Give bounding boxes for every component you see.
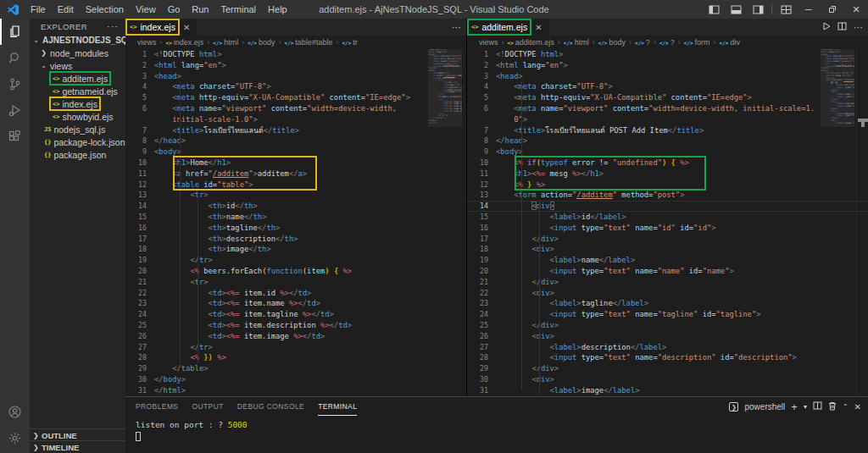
code-line[interactable]: 3<head> xyxy=(467,71,868,82)
code-line[interactable]: 11 <a href="/additem">additem</a> xyxy=(125,168,466,180)
code-line[interactable]: 20 <% beers.forEach(function(item) { %> xyxy=(125,266,466,277)
close-window-button[interactable]: ✕ xyxy=(844,0,868,19)
shell-name[interactable]: powershell xyxy=(744,402,785,412)
code-line[interactable]: 5 <meta http-equiv="X-UA-Compatible" con… xyxy=(125,92,466,103)
panel-tab-terminal[interactable]: TERMINAL xyxy=(318,397,357,416)
explorer-icon[interactable] xyxy=(0,19,30,45)
account-icon[interactable] xyxy=(0,399,30,425)
code-line[interactable]: 2<html lang="en"> xyxy=(467,60,868,71)
panel-tab-debug-console[interactable]: DEBUG CONSOLE xyxy=(237,397,304,416)
editor-more-actions-icon[interactable]: ⋯ xyxy=(854,22,863,33)
code-line[interactable]: 27 </tr> xyxy=(125,342,466,353)
code-line[interactable]: 17 </div> xyxy=(467,234,868,245)
breadcrumb-item--[interactable]: </>? xyxy=(659,38,675,47)
sidebar-item-node-modules[interactable]: ❯node_modules xyxy=(30,47,125,59)
code-line[interactable]: 26 <td><%= item.image %></td> xyxy=(125,331,466,342)
maximize-panel-icon[interactable]: ⌃ xyxy=(843,403,849,411)
sidebar-item-ajnestnodejs-sql[interactable]: ⌄AJNESTNODEJS_SQL xyxy=(30,34,125,47)
breadcrumb-item-body[interactable]: </>body xyxy=(598,38,626,47)
code-line[interactable]: 29 </div> xyxy=(467,363,868,374)
terminal-output[interactable]: listen on port : ? 5000 xyxy=(125,416,868,441)
code-line[interactable]: 6 <meta name="viewport" content="width=d… xyxy=(125,103,466,114)
code-line[interactable]: 29 </table> xyxy=(125,363,466,374)
search-icon[interactable] xyxy=(0,45,30,71)
code-line[interactable]: 15 <label>id</label> xyxy=(467,212,868,223)
code-line[interactable]: 27 <label>description</label> xyxy=(467,342,868,353)
code-line[interactable]: 10 <h1>Home</h1> xyxy=(125,157,466,168)
sidebar-item-views[interactable]: ⌄views xyxy=(30,59,125,72)
code-line[interactable]: 25 <td><%= item.description %></td> xyxy=(125,320,466,331)
code-line[interactable]: 16 <input type="text" name="id" id="id"> xyxy=(467,223,868,234)
code-line[interactable]: 9<body> xyxy=(467,146,868,157)
editor-more-actions-icon[interactable]: ⋯ xyxy=(452,22,461,33)
close-tab-icon[interactable]: ✕ xyxy=(180,23,193,32)
sidebar-item-additem-ejs[interactable]: <>additem.ejs xyxy=(30,72,125,85)
menu-run[interactable]: Run xyxy=(186,0,214,19)
panel-tab-output[interactable]: OUTPUT xyxy=(192,397,223,416)
code-line[interactable]: 7 <title>โรงเบียร์ไทยแลนด์</title> xyxy=(125,125,466,136)
code-line[interactable]: 21 </div> xyxy=(467,277,868,288)
code-line[interactable]: 1<!DOCTYPE html> xyxy=(125,49,466,60)
code-line[interactable]: 28 <% }) %> xyxy=(125,352,466,363)
code-line[interactable]: 20 <input type="text" name="name" id="na… xyxy=(467,266,868,277)
menu-terminal[interactable]: Terminal xyxy=(215,0,263,19)
code-line[interactable]: 30</body> xyxy=(125,374,466,385)
menu-view[interactable]: View xyxy=(130,0,162,19)
code-line[interactable]: 7 <title>โรงเบียร์ไทยแลนด์ POST Add Item… xyxy=(467,125,868,136)
split-terminal-icon[interactable] xyxy=(813,401,822,412)
code-line[interactable]: 8</head> xyxy=(467,135,868,146)
code-line[interactable]: 4 <meta charset="UTF-8"> xyxy=(125,81,466,92)
toggle-panel-icon[interactable] xyxy=(725,0,747,19)
code-line[interactable]: 31</html> xyxy=(125,385,466,396)
code-line[interactable]: 12 <table id="table"> xyxy=(125,180,466,191)
minimap[interactable]: <!DOCTYPE html><html lang="en"><head> <m… xyxy=(821,49,854,396)
code-line[interactable]: 18 <th>image</th> xyxy=(125,244,466,255)
breadcrumb-item-additem-ejs[interactable]: <>additem.ejs xyxy=(508,38,554,47)
breadcrumb-item-body[interactable]: </>body xyxy=(248,38,275,47)
outline-section[interactable]: ❯ OUTLINE xyxy=(30,428,125,441)
terminal-dropdown-icon[interactable]: ▾ xyxy=(804,403,807,411)
close-tab-icon[interactable]: ✕ xyxy=(531,23,545,32)
code-line[interactable]: 6 <meta name="viewport" content="width=d… xyxy=(467,103,868,114)
code-line[interactable]: 1<!DOCTYPE html> xyxy=(467,49,868,60)
breadcrumb-item-tr[interactable]: </>tr xyxy=(342,38,357,47)
breadcrumb-item-html[interactable]: </>html xyxy=(564,38,589,47)
code-line[interactable]: 16 <th>tagline</th> xyxy=(125,223,466,234)
tab-index-ejs[interactable]: <>index.ejs ✕ xyxy=(125,19,197,36)
explorer-more-actions-icon[interactable]: ··· xyxy=(107,21,119,31)
code-line[interactable]: initial-scale-1.0"> xyxy=(125,114,466,125)
minimap[interactable]: <!DOCTYPE html><html lang="en"><head> <m… xyxy=(428,49,462,396)
code-line[interactable]: 0"> xyxy=(467,114,868,125)
menu-file[interactable]: File xyxy=(25,0,52,19)
code-line[interactable]: 24 <td><%= item.tagline %></td> xyxy=(125,309,466,320)
breadcrumb-item-views[interactable]: views xyxy=(479,38,498,47)
run-file-icon[interactable] xyxy=(822,22,831,32)
tab-additem-ejs[interactable]: <>additem.ejs ✕ xyxy=(467,19,549,36)
breadcrumb-item-table-table[interactable]: </>table#table xyxy=(285,38,333,47)
code-line[interactable]: 11 <h1><%= mesg %></h1> xyxy=(467,168,868,180)
code-line[interactable]: 4 <meta charset="UTF-8"> xyxy=(467,81,868,92)
code-line[interactable]: 22 <div> xyxy=(467,288,868,299)
menu-go[interactable]: Go xyxy=(162,0,186,19)
customize-layout-icon[interactable] xyxy=(775,0,797,19)
code-line[interactable]: 23 <label>tagline</label> xyxy=(467,298,868,309)
run-debug-icon[interactable] xyxy=(0,97,30,124)
code-line[interactable]: 30 <div> xyxy=(467,374,868,385)
code-editor-index-ejs[interactable]: 1<!DOCTYPE html>2<html lang="en">3<head>… xyxy=(125,49,466,396)
split-editor-icon[interactable] xyxy=(837,22,847,32)
code-line[interactable]: 22 <td><%= item.id %></td> xyxy=(125,288,466,299)
breadcrumb-item-views[interactable]: views xyxy=(137,38,157,47)
overview-ruler[interactable] xyxy=(856,49,868,396)
breadcrumb-item-html[interactable]: </>html xyxy=(213,38,238,47)
code-line[interactable]: 19 <label>name</label> xyxy=(467,255,868,266)
breadcrumb-item-form[interactable]: </>form xyxy=(684,38,710,47)
menu-selection[interactable]: Selection xyxy=(80,0,130,19)
code-line[interactable]: 8</head> xyxy=(125,135,466,146)
source-control-icon[interactable] xyxy=(0,71,30,97)
new-terminal-icon[interactable]: + xyxy=(791,401,798,413)
menu-help[interactable]: Help xyxy=(262,0,293,19)
sidebar-item-index-ejs[interactable]: <>index.ejs xyxy=(30,97,125,110)
code-line[interactable]: 13 <tr> xyxy=(125,190,466,201)
code-editor-additem-ejs[interactable]: 1<!DOCTYPE html>2<html lang="en">3<head>… xyxy=(467,49,868,396)
code-line[interactable]: 21 <tr> xyxy=(125,277,466,288)
